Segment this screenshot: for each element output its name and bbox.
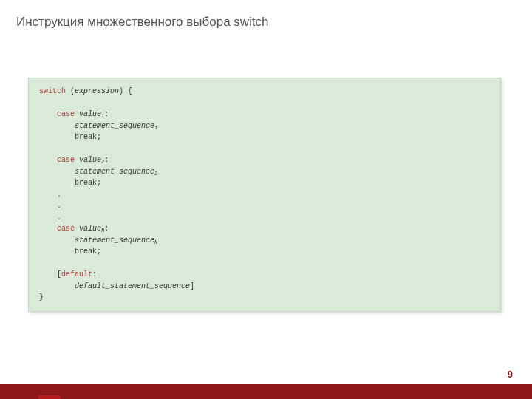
- break-n: break;: [39, 246, 490, 258]
- break-2: break;: [39, 177, 490, 189]
- footer-bar: [0, 384, 532, 399]
- code-line: switch (expression) {: [39, 86, 490, 98]
- ellipsis-dot: .: [39, 200, 490, 212]
- value-2: value2: [79, 156, 104, 164]
- value-n: valueN: [79, 225, 104, 233]
- slide-title: Инструкция множественного выбора switch: [16, 15, 269, 30]
- keyword-switch: switch: [39, 87, 66, 95]
- break-1: break;: [39, 132, 490, 143]
- paren-close-brace: ) {: [119, 87, 132, 95]
- colon: :: [92, 270, 97, 279]
- colon: :: [104, 156, 109, 164]
- bracket-close: ]: [190, 282, 194, 290]
- code-line: case valueN:: [39, 223, 490, 235]
- colon: :: [104, 110, 109, 118]
- footer-accent: [38, 395, 61, 399]
- stmt-seq-1: statement_sequence1: [39, 120, 490, 132]
- default-line: [default:: [39, 269, 490, 281]
- code-line: case value1:: [39, 109, 490, 120]
- keyword-case: case: [57, 110, 75, 118]
- default-stmt: default_statement_sequence]: [39, 281, 490, 293]
- code-line: case value2:: [39, 154, 490, 166]
- stmt-seq-n: statement_sequenceN: [39, 235, 490, 247]
- ellipsis-dot: .: [39, 212, 490, 224]
- stmt-seq-2: statement_sequence2: [39, 166, 490, 178]
- page-number: 9: [508, 369, 513, 380]
- keyword-default: default: [61, 270, 92, 279]
- code-block: switch (expression) { case value1: state…: [28, 78, 501, 312]
- expression: expression: [75, 87, 119, 95]
- brace-close: }: [39, 292, 490, 304]
- keyword-case: case: [57, 156, 75, 164]
- keyword-case: case: [57, 225, 75, 233]
- colon: :: [104, 225, 109, 233]
- value-1: value1: [79, 110, 104, 118]
- ellipsis-dot: .: [39, 189, 490, 201]
